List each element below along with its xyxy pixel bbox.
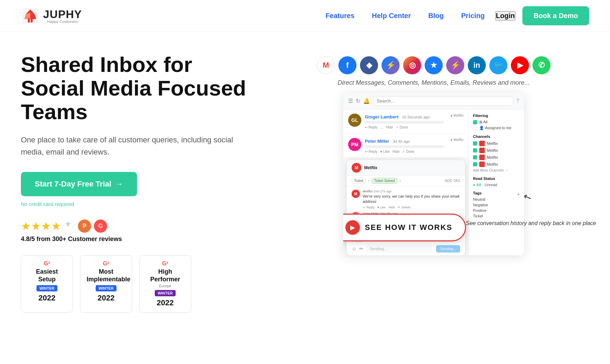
chat-input[interactable]: Sending... bbox=[366, 245, 433, 253]
g2-logo-3: G² bbox=[162, 260, 168, 267]
inbox-item: GL Ginger Lambert 10 Seconds ago ● Metfl… bbox=[343, 109, 468, 134]
see-how-label: SEE HOW IT WORKS bbox=[365, 223, 452, 232]
g2-badge-icon: G bbox=[94, 220, 107, 233]
nav-help-center[interactable]: Help Center bbox=[372, 12, 411, 20]
tag-positive-label: Positive bbox=[473, 208, 487, 213]
filter-assigned: 👤 Assigned to me bbox=[473, 126, 520, 130]
nav-features[interactable]: Features bbox=[326, 12, 354, 20]
done-action-2: ✓ Done bbox=[402, 150, 415, 154]
like-action: ♥ Like bbox=[380, 150, 390, 154]
reviews-row: ★★★★ ★ P G bbox=[21, 220, 257, 233]
add-tag-button[interactable]: ADD TAG bbox=[445, 179, 460, 183]
menu-icon: ☰ bbox=[348, 98, 353, 104]
tags-section: Tags + Neutral Negative Positive Ticket bbox=[473, 191, 520, 218]
notification-icon: 🔔 bbox=[363, 98, 370, 104]
tag-negative-label: Negative bbox=[473, 203, 488, 207]
inbox-item-info-2: Peter Miller 3d 4h ago ● Metflix ↩ Reply… bbox=[365, 138, 464, 154]
chat-input-bar: ☺ ✏ Sending... Sending... bbox=[347, 242, 465, 255]
inbox-sender-name-2: Peter Miller bbox=[365, 139, 389, 144]
hero-title: Shared Inbox for Social Media Focused Te… bbox=[21, 53, 257, 124]
inbox-item-2: PM Peter Miller 3d 4h ago ● Metflix ↩ Re… bbox=[343, 134, 468, 158]
hero-right: M f ◆ ⚡ ◎ ★ ⚡ in 🐦 ▶ ✆ Direct Messages, … bbox=[278, 53, 589, 255]
facebook-icon: f bbox=[338, 56, 356, 74]
ch-label-3: Metflix bbox=[487, 155, 498, 159]
inbox-tag-2: ● Metflix bbox=[450, 138, 464, 142]
see-how-button[interactable]: ▶ SEE HOW IT WORKS bbox=[343, 214, 466, 241]
tags-header: Tags + bbox=[473, 191, 520, 197]
inbox-actions-2: ↩ Reply ♥ Like Hide ✓ Done bbox=[365, 150, 464, 154]
hide-msg-action: Hide bbox=[388, 206, 395, 209]
hide-action-2: Hide bbox=[392, 150, 400, 154]
attach-icon: ✏ bbox=[359, 246, 363, 251]
nav-blog[interactable]: Blog bbox=[428, 12, 444, 20]
hero-subtitle: One place to take care of all customer q… bbox=[21, 134, 236, 158]
chat-tags: Ticket × Ticket Solved × ADD TAG bbox=[347, 176, 465, 186]
inbox-sender-name: Ginger Lambert bbox=[365, 114, 399, 119]
g2-logo: G² bbox=[44, 260, 50, 267]
book-demo-button[interactable]: Book a Demo bbox=[522, 6, 589, 25]
hero-right-inner: M f ◆ ⚡ ◎ ★ ⚡ in 🐦 ▶ ✆ Direct Messages, … bbox=[278, 56, 589, 255]
whatsapp-icon: ✆ bbox=[532, 56, 551, 74]
login-button[interactable]: Login bbox=[495, 11, 515, 20]
ch-dot-3 bbox=[479, 155, 485, 160]
trial-button[interactable]: Start 7-Day Free Trial → bbox=[21, 172, 137, 196]
ch-label-1: Metflix bbox=[487, 141, 498, 146]
instagram-icon: ◎ bbox=[403, 56, 421, 74]
nav-links: Features Help Center Blog Pricing bbox=[326, 12, 485, 20]
logo-text: JUPHY bbox=[43, 8, 82, 21]
tag-neutral-label: Neutral bbox=[473, 197, 485, 201]
ch-cb-2[interactable] bbox=[473, 148, 477, 152]
all-checkbox[interactable] bbox=[473, 120, 477, 124]
inbox-search-input[interactable] bbox=[373, 96, 513, 106]
inbox-toolbar: ☰ ↻ 🔔 ? bbox=[343, 93, 524, 109]
review-badges: P G bbox=[78, 220, 107, 233]
inbox-preview: ☰ ↻ 🔔 ? GL Ginger Lambert 10 S bbox=[343, 93, 524, 255]
ch-cb-4[interactable] bbox=[473, 162, 477, 166]
hero-left: Shared Inbox for Social Media Focused Te… bbox=[21, 53, 257, 313]
chat-msg-actions-1: ↩ Reply ♥ Like Hide ✕ Delete bbox=[363, 206, 460, 209]
logo[interactable]: JUPHY Happy Customers bbox=[21, 7, 82, 25]
review-score-text: 4.8/5 from 300+ Customer reviews bbox=[21, 235, 257, 243]
ch-label-2: Metflix bbox=[487, 148, 498, 152]
gmail-icon: M bbox=[317, 56, 335, 74]
assigned-checkbox[interactable] bbox=[473, 126, 477, 130]
read-status-section: Read Status ● All Unread bbox=[473, 176, 520, 187]
tag-ticket: Ticket bbox=[473, 214, 520, 218]
hero-section: Shared Inbox for Social Media Focused Te… bbox=[0, 32, 610, 326]
unread-option[interactable]: Unread bbox=[484, 183, 497, 187]
reply-icon: ↩ Reply bbox=[363, 206, 375, 209]
ch-cb-1[interactable] bbox=[473, 141, 477, 146]
filter-assigned-label: 👤 Assigned to me bbox=[479, 126, 511, 130]
linkedin-icon: in bbox=[468, 56, 486, 74]
chat-msg-text-1: We're very sorry, we can help you if you… bbox=[363, 194, 460, 205]
inbox-sidebar: Filtering ⊞ All 👤 Assigned to me bbox=[468, 109, 524, 255]
logo-sub: Happy Customers bbox=[43, 19, 82, 24]
g2-logo-2: G² bbox=[103, 260, 109, 267]
read-all-option[interactable]: ● All bbox=[473, 183, 481, 187]
like-icon: ♥ Like bbox=[377, 206, 386, 209]
channel-metflix-1: Metflix bbox=[473, 141, 520, 146]
add-tag-icon[interactable]: + bbox=[517, 191, 520, 197]
tag-neutral: Neutral bbox=[473, 197, 520, 201]
avatar: GL bbox=[348, 114, 361, 127]
ch-label-4: Metflix bbox=[487, 162, 498, 166]
nav-pricing[interactable]: Pricing bbox=[461, 12, 485, 20]
channel-metflix-2: Metflix bbox=[473, 148, 520, 153]
ch-dot-4 bbox=[479, 162, 485, 167]
no-credit-card-text: No credit card required bbox=[21, 201, 257, 207]
svg-rect-4 bbox=[28, 18, 30, 23]
filtering-section: Filtering ⊞ All 👤 Assigned to me bbox=[473, 114, 520, 130]
channel-metflix-3: Metflix bbox=[473, 155, 520, 160]
send-button[interactable]: Sending... bbox=[436, 245, 460, 253]
add-more-channels[interactable]: Add More Channels → bbox=[473, 168, 520, 172]
inbox-actions: ↩ Reply ... Hide ✓ Done bbox=[365, 125, 464, 129]
appstore-icon: ★ bbox=[425, 56, 443, 74]
hide-action: Hide bbox=[386, 125, 393, 129]
channels-title: Channels bbox=[473, 134, 520, 139]
ch-dot-2 bbox=[479, 148, 485, 153]
messenger-icon: ⚡ bbox=[382, 56, 400, 74]
trial-arrow-icon: → bbox=[115, 180, 123, 189]
ch-cb-3[interactable] bbox=[473, 155, 477, 159]
filter-all: ⊞ All bbox=[473, 120, 520, 124]
refresh-icon: ↻ bbox=[356, 98, 360, 104]
